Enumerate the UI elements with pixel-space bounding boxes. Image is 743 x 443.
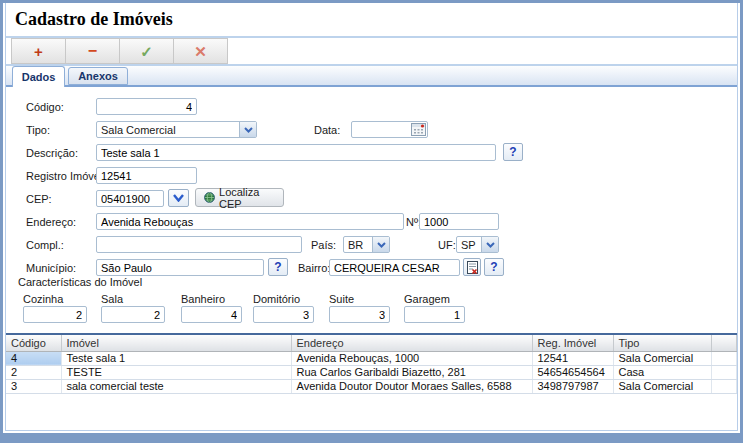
- check-icon: ✓: [140, 44, 153, 59]
- tipo-value: Sala Comercial: [97, 124, 239, 136]
- table-row[interactable]: 3 sala comercial teste Avenida Doutor Do…: [6, 379, 737, 393]
- cancel-button[interactable]: ✕: [173, 38, 228, 64]
- plus-icon: +: [34, 44, 43, 59]
- suite-label: Suite: [329, 293, 354, 305]
- cell-reg-imovel[interactable]: 3498797987: [532, 379, 613, 393]
- compl-input[interactable]: [96, 236, 302, 253]
- column-header-reg-imovel[interactable]: Reg. Imóvel: [532, 335, 613, 351]
- pais-label: País:: [311, 239, 336, 251]
- grid-header-row: Código Imóvel Endereço Reg. Imóvel Tipo: [6, 335, 737, 351]
- cep-dropdown-button[interactable]: [168, 189, 189, 207]
- descricao-label: Descrição:: [26, 147, 78, 159]
- imoveis-grid: Código Imóvel Endereço Reg. Imóvel Tipo …: [6, 333, 737, 430]
- cell-tipo[interactable]: Sala Comercial: [613, 379, 711, 393]
- localiza-cep-button[interactable]: Localiza CEP: [195, 188, 284, 207]
- cell-reg-imovel[interactable]: 12541: [532, 351, 613, 365]
- caracteristicas-title: Características do Imóvel: [18, 276, 142, 288]
- bairro-help-button[interactable]: ?: [484, 258, 504, 276]
- cell-endereco[interactable]: Avenida Doutor Doutor Moraes Salles, 658…: [291, 379, 532, 393]
- domitorio-label: Domitório: [253, 293, 300, 305]
- banheiro-input[interactable]: [181, 306, 242, 323]
- endereco-label: Endereço:: [26, 216, 76, 228]
- chevron-down-icon[interactable]: [239, 122, 256, 137]
- numero-input[interactable]: [419, 213, 499, 230]
- title-bar: Cadastro de Imóveis: [6, 3, 737, 38]
- cell-endereco[interactable]: Rua Carlos Garibaldi Biazetto, 281: [291, 365, 532, 379]
- cell-tipo[interactable]: Casa: [613, 365, 711, 379]
- codigo-input[interactable]: [96, 98, 197, 115]
- toolbar: + − ✓ ✕: [6, 38, 737, 66]
- page-title: Cadastro de Imóveis: [15, 9, 173, 30]
- cell-imovel[interactable]: sala comercial teste: [61, 379, 291, 393]
- table-row[interactable]: 2 TESTE Rua Carlos Garibaldi Biazetto, 2…: [6, 365, 737, 379]
- municipio-help-button[interactable]: ?: [268, 258, 288, 276]
- suite-input[interactable]: [329, 306, 390, 323]
- column-header-imovel[interactable]: Imóvel: [61, 335, 291, 351]
- bairro-input[interactable]: [329, 259, 460, 276]
- uf-label: UF:: [438, 239, 456, 251]
- data-field-wrap: [351, 121, 428, 138]
- window-content: Cadastro de Imóveis + − ✓ ✕ Dados Anexos…: [5, 3, 738, 431]
- cozinha-input[interactable]: [23, 306, 87, 323]
- column-header-codigo[interactable]: Código: [6, 335, 61, 351]
- endereco-input[interactable]: [96, 213, 404, 230]
- registro-label: Registro Imóvel:: [26, 170, 105, 182]
- pais-value: BR: [344, 239, 372, 251]
- uf-select[interactable]: SP: [456, 236, 499, 253]
- compl-label: Compl.:: [26, 239, 64, 251]
- descricao-input[interactable]: [96, 144, 496, 161]
- chevron-down-icon: [173, 194, 184, 202]
- chevron-down-icon[interactable]: [372, 237, 389, 252]
- dados-form: Código: Tipo: Sala Comercial Data:: [6, 87, 737, 333]
- cell-codigo[interactable]: 3: [6, 379, 61, 393]
- cozinha-label: Cozinha: [23, 293, 63, 305]
- cep-input[interactable]: [96, 190, 164, 207]
- confirm-button[interactable]: ✓: [119, 38, 174, 64]
- localiza-cep-label: Localiza CEP: [219, 186, 275, 210]
- bairro-label: Bairro:: [298, 262, 330, 274]
- cadastro-imoveis-window: Cadastro de Imóveis + − ✓ ✕ Dados Anexos…: [0, 0, 743, 443]
- globe-icon: [204, 191, 215, 204]
- domitorio-input[interactable]: [253, 306, 314, 323]
- municipio-input[interactable]: [96, 259, 264, 276]
- calendar-icon[interactable]: [411, 123, 426, 136]
- garagem-input[interactable]: [404, 306, 465, 323]
- data-label: Data:: [314, 124, 340, 136]
- uf-value: SP: [457, 239, 481, 251]
- banheiro-label: Banheiro: [181, 293, 225, 305]
- tipo-label: Tipo:: [26, 124, 50, 136]
- bairro-list-button[interactable]: [463, 258, 481, 276]
- cell-imovel[interactable]: Teste sala 1: [61, 351, 291, 365]
- column-header-endereco[interactable]: Endereço: [291, 335, 532, 351]
- pais-select[interactable]: BR: [343, 236, 390, 253]
- sala-input[interactable]: [101, 306, 165, 323]
- cep-label: CEP:: [26, 193, 52, 205]
- tab-anexos[interactable]: Anexos: [68, 67, 128, 85]
- column-header-tipo[interactable]: Tipo: [613, 335, 711, 351]
- tab-dados[interactable]: Dados: [12, 66, 65, 87]
- remove-button[interactable]: −: [65, 38, 120, 64]
- codigo-label: Código:: [26, 101, 64, 113]
- minus-icon: −: [88, 43, 97, 59]
- column-header-filler: [711, 335, 737, 351]
- garagem-label: Garagem: [404, 293, 450, 305]
- cell-tipo[interactable]: Sala Comercial: [613, 351, 711, 365]
- chevron-down-icon[interactable]: [481, 237, 498, 252]
- registro-input[interactable]: [96, 167, 197, 184]
- municipio-label: Município:: [26, 262, 76, 274]
- cell-codigo[interactable]: 4: [6, 351, 61, 365]
- descricao-help-button[interactable]: ?: [503, 143, 523, 161]
- cell-reg-imovel[interactable]: 54654654564: [532, 365, 613, 379]
- table-row[interactable]: 4 Teste sala 1 Avenida Rebouças, 1000 12…: [6, 351, 737, 365]
- tipo-select[interactable]: Sala Comercial: [96, 121, 257, 138]
- cell-endereco[interactable]: Avenida Rebouças, 1000: [291, 351, 532, 365]
- list-select-icon: [467, 261, 478, 274]
- sala-label: Sala: [101, 293, 123, 305]
- add-button[interactable]: +: [11, 38, 66, 64]
- cell-codigo[interactable]: 2: [6, 365, 61, 379]
- tab-strip: Dados Anexos: [6, 66, 737, 87]
- cell-imovel[interactable]: TESTE: [61, 365, 291, 379]
- cross-icon: ✕: [194, 44, 207, 59]
